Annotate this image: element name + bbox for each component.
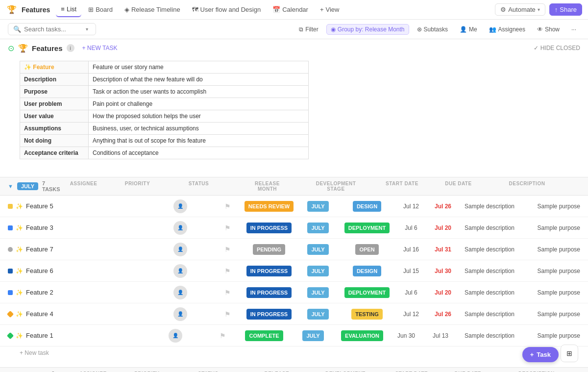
task-color-dot bbox=[8, 247, 13, 252]
field-value: Anything that is out of scope for this f… bbox=[89, 135, 309, 147]
release-cell: JULY bbox=[296, 202, 340, 210]
list-icon: ≡ bbox=[61, 5, 65, 13]
table-row: User problem Pain point or challenge bbox=[20, 98, 309, 110]
status-cell: COMPLETE bbox=[237, 332, 291, 339]
assignee-cell: 👤 bbox=[173, 307, 213, 321]
priority-cell: ⚑ bbox=[213, 289, 242, 297]
task-fab[interactable]: + Task bbox=[522, 347, 559, 362]
flag-icon: ⚑ bbox=[224, 224, 231, 232]
subtasks-button[interactable]: ⊛ Subtasks bbox=[413, 25, 452, 34]
status-cell: IN PROGRESS bbox=[242, 310, 296, 318]
col-release-header: RELEASE MONTH bbox=[245, 181, 289, 192]
new-task-row-july[interactable]: + New task bbox=[0, 347, 588, 359]
group-icon: ◉ bbox=[331, 26, 336, 33]
search-box[interactable]: 🔍 ▾ bbox=[8, 23, 96, 35]
task-row-feature4[interactable]: ✨ Feature 4 👤 ⚑ IN PROGRESS JULY TESTING… bbox=[0, 303, 588, 325]
search-input[interactable] bbox=[24, 25, 83, 33]
feature-definition-table: ✨ Feature Feature or user story name Des… bbox=[20, 61, 309, 159]
flag-icon: ⚑ bbox=[220, 332, 226, 340]
purpose-text: Sample purpose bbox=[521, 246, 580, 253]
plus-icon: + bbox=[320, 6, 324, 13]
automate-button[interactable]: ⚙ Automate ▾ bbox=[495, 3, 545, 16]
nav-tab-release[interactable]: ◈ Release Timeline bbox=[120, 2, 185, 17]
release-badge: JULY bbox=[307, 287, 328, 298]
release-badge: JULY bbox=[307, 244, 328, 255]
priority-cell: ⚑ bbox=[213, 202, 242, 210]
table-row: User value How the proposed solution hel… bbox=[20, 110, 309, 123]
release-cell: JULY bbox=[296, 224, 340, 231]
status-cell: PENDING bbox=[242, 246, 296, 253]
task-label: Feature 2 bbox=[26, 289, 53, 296]
status-cell: IN PROGRESS bbox=[242, 267, 296, 274]
release-cell: JULY bbox=[291, 332, 335, 339]
priority-cell: ⚑ bbox=[213, 267, 242, 275]
grid-icon: ⊞ bbox=[566, 349, 572, 357]
hide-closed-button[interactable]: ✓ HIDE CLOSED bbox=[534, 45, 580, 51]
start-date: Jul 6 bbox=[394, 224, 428, 231]
task-label: Feature 6 bbox=[26, 267, 53, 274]
field-label: Assumptions bbox=[20, 123, 89, 135]
col-description-header: DESCRIPTION bbox=[495, 181, 559, 192]
assignee-cell: 👤 bbox=[173, 286, 213, 299]
more-button[interactable]: ··· bbox=[567, 25, 580, 34]
col-status-header: STATUS bbox=[172, 181, 225, 192]
nav-tab-view[interactable]: + View bbox=[315, 2, 344, 17]
flag-icon: ⚑ bbox=[224, 289, 231, 297]
feature-definition-table-wrap: ✨ Feature Feature or user story name Des… bbox=[0, 57, 588, 169]
filter-button[interactable]: ⧉ Filter bbox=[295, 25, 322, 34]
purpose-text: Sample purpose bbox=[521, 332, 580, 339]
devstage-cell: EVALUATION bbox=[335, 332, 389, 339]
star-icon: ✨ bbox=[16, 203, 23, 210]
description-text: Sample description bbox=[458, 224, 521, 231]
filter-label: Filter bbox=[305, 26, 318, 33]
task-name-feature5: ✨ Feature 5 bbox=[8, 202, 173, 210]
due-date: Jul 26 bbox=[428, 203, 458, 210]
start-date: Jul 12 bbox=[394, 311, 428, 318]
grid-button[interactable]: ⊞ bbox=[561, 345, 578, 362]
show-label: Show bbox=[545, 26, 560, 33]
star-icon: ✨ bbox=[16, 268, 23, 274]
star-icon: ✨ bbox=[16, 311, 23, 318]
flag-icon: ⚑ bbox=[224, 267, 231, 275]
info-button[interactable]: i bbox=[67, 44, 74, 52]
search-chevron-icon: ▾ bbox=[86, 26, 88, 32]
col-assignee-header: ASSIGNEE bbox=[64, 181, 103, 192]
field-value: Pain point or challenge bbox=[89, 98, 309, 110]
field-label: Acceptance criteria bbox=[20, 147, 89, 159]
calendar-icon: 📅 bbox=[272, 6, 280, 13]
status-badge: IN PROGRESS bbox=[246, 287, 292, 298]
assignee-cell: 👤 bbox=[173, 221, 213, 235]
assignees-button[interactable]: 👥 Assignees bbox=[485, 25, 529, 34]
task-row-feature2[interactable]: ✨ Feature 2 👤 ⚑ IN PROGRESS JULY DEPLOYM… bbox=[0, 282, 588, 303]
show-button[interactable]: 👁 Show bbox=[533, 25, 564, 34]
automate-label: Automate bbox=[508, 6, 536, 13]
avatar: 👤 bbox=[169, 329, 182, 343]
share-button[interactable]: ↑ Share bbox=[549, 3, 582, 16]
task-color-dot bbox=[8, 290, 13, 295]
me-button[interactable]: 👤 Me bbox=[456, 25, 481, 34]
share-label: Share bbox=[560, 6, 577, 13]
automate-icon: ⚙ bbox=[500, 6, 506, 13]
main-content: ⊙ 🏆 Features i + NEW TASK ✓ HIDE CLOSED … bbox=[0, 39, 588, 372]
purpose-text: Sample purpose bbox=[521, 289, 580, 296]
task-row-feature3[interactable]: ✨ Feature 3 👤 ⚑ IN PROGRESS JULY DEPLOYM… bbox=[0, 217, 588, 239]
task-fab-icon: + bbox=[530, 351, 534, 358]
july-collapse-icon[interactable]: ▼ bbox=[8, 183, 13, 189]
group-by-button[interactable]: ◉ Group by: Release Month bbox=[326, 24, 409, 35]
nav-tab-list[interactable]: ≡ List bbox=[56, 2, 81, 17]
task-row-feature5[interactable]: ✨ Feature 5 👤 ⚑ NEEDS REVIEW JULY DESIGN… bbox=[0, 196, 588, 217]
nav-tab-userflow[interactable]: 🗺 User flow and Design bbox=[187, 2, 266, 17]
purpose-text: Sample purpose bbox=[521, 268, 580, 274]
nav-tab-board[interactable]: ⊞ Board bbox=[83, 2, 118, 17]
field-label: ✨ Feature bbox=[20, 61, 89, 74]
nav-tab-calendar[interactable]: 📅 Calendar bbox=[268, 2, 313, 17]
release-cell: JULY bbox=[296, 289, 340, 296]
task-row-feature7[interactable]: ✨ Feature 7 👤 ⚑ PENDING JULY OPEN Jul 16… bbox=[0, 239, 588, 260]
status-badge: NEEDS REVIEW bbox=[245, 201, 294, 212]
start-date: Jul 16 bbox=[394, 246, 428, 253]
new-task-button[interactable]: + NEW TASK bbox=[78, 43, 122, 53]
field-value: Business, user, or technical assumptions bbox=[89, 123, 309, 135]
task-row-feature6[interactable]: ✨ Feature 6 👤 ⚑ IN PROGRESS JULY DESIGN … bbox=[0, 260, 588, 282]
avatar: 👤 bbox=[173, 264, 187, 278]
task-row-feature1[interactable]: ✨ Feature 1 👤 ⚑ COMPLETE JULY EVALUATION… bbox=[0, 325, 588, 347]
